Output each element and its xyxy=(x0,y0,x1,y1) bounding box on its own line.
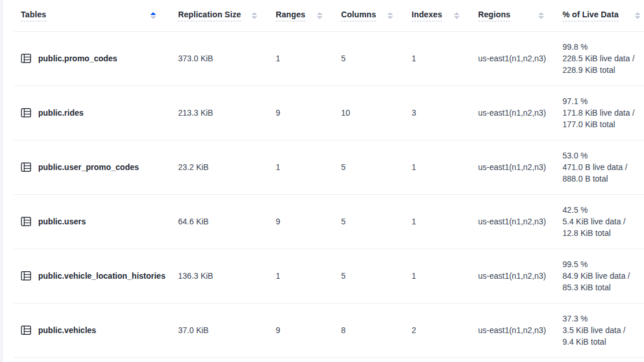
live-data-percent: 42.5 % xyxy=(562,204,639,216)
indexes-cell: 1 xyxy=(405,140,471,194)
table-icon xyxy=(21,108,31,118)
table-name-cell: public.vehicle_location_histories xyxy=(14,249,171,303)
table-name-cell: public.rides xyxy=(14,86,171,140)
replication-size-cell: 213.3 KiB xyxy=(171,86,269,140)
table-icon xyxy=(21,53,31,64)
table-name-cell: public.user_promo_codes xyxy=(14,140,171,194)
live-data-cell: 37.3 % 3.5 KiB live data / 9.4 KiB total xyxy=(556,303,644,357)
page-left-gutter xyxy=(0,0,3,362)
ranges-cell: 9 xyxy=(269,86,334,140)
live-data-amount: 171.8 KiB live data / xyxy=(562,107,639,119)
table-row: public.promo_codes 373.0 KiB 1 5 1 us-ea… xyxy=(14,31,644,86)
ranges-cell: 1 xyxy=(269,31,334,86)
columns-cell: 5 xyxy=(334,249,405,303)
indexes-cell: 1 xyxy=(405,249,471,303)
live-data-percent: 37.3 % xyxy=(562,313,639,324)
table-icon xyxy=(21,162,31,172)
total-data-amount: 12.8 KiB total xyxy=(562,227,639,239)
columns-cell: 10 xyxy=(334,86,405,140)
sort-caret-icon xyxy=(247,12,257,19)
replication-size-cell: 136.3 KiB xyxy=(171,249,269,303)
column-header-live-data-label: % of Live Data xyxy=(562,10,619,21)
column-header-replication-size[interactable]: Replication Size xyxy=(171,0,269,31)
indexes-cell: 3 xyxy=(405,86,471,140)
column-header-columns-label: Columns xyxy=(341,10,376,21)
sort-caret-icon xyxy=(146,12,156,19)
table-row: public.vehicles 37.0 KiB 9 8 2 us-east1(… xyxy=(14,303,644,357)
indexes-cell: 1 xyxy=(405,194,471,249)
ranges-cell: 9 xyxy=(269,303,334,357)
live-data-amount: 5.4 KiB live data / xyxy=(562,216,639,227)
regions-cell: us-east1(n1,n2,n3) xyxy=(471,140,556,194)
regions-cell: us-east1(n1,n2,n3) xyxy=(471,86,556,140)
columns-cell: 5 xyxy=(334,194,405,249)
table-name-link[interactable]: public.vehicles xyxy=(38,326,96,335)
table-name-link[interactable]: public.vehicle_location_histories xyxy=(38,271,165,280)
column-header-regions[interactable]: Regions xyxy=(471,0,556,31)
table-icon xyxy=(21,325,31,335)
table-icon xyxy=(21,271,31,281)
live-data-amount: 84.9 KiB live data / xyxy=(562,270,639,282)
replication-size-cell: 64.6 KiB xyxy=(171,194,269,249)
table-row: public.vehicle_location_histories 136.3 … xyxy=(14,249,644,303)
table-row: public.rides 213.3 KiB 9 10 3 us-east1(n… xyxy=(14,86,644,140)
table-name-link[interactable]: public.promo_codes xyxy=(38,54,117,63)
ranges-cell: 1 xyxy=(269,249,334,303)
total-data-amount: 85.3 KiB total xyxy=(562,282,639,293)
live-data-percent: 99.8 % xyxy=(562,41,639,53)
column-header-columns[interactable]: Columns xyxy=(334,0,405,31)
live-data-amount: 471.0 B live data / xyxy=(562,161,639,173)
live-data-cell: 42.5 % 5.4 KiB live data / 12.8 KiB tota… xyxy=(556,194,644,249)
table-name-cell: public.vehicles xyxy=(14,303,171,357)
ranges-cell: 9 xyxy=(269,194,334,249)
table-header-row: Tables Replication Size Ranges Columns xyxy=(14,0,644,31)
column-header-live-data[interactable]: % of Live Data xyxy=(556,0,644,31)
sort-caret-icon xyxy=(534,12,544,19)
column-header-ranges-label: Ranges xyxy=(276,10,305,21)
live-data-cell: 97.1 % 171.8 KiB live data / 177.0 KiB t… xyxy=(556,86,644,140)
regions-cell: us-east1(n1,n2,n3) xyxy=(471,31,556,86)
sort-caret-icon xyxy=(383,12,393,19)
replication-size-cell: 373.0 KiB xyxy=(171,31,269,86)
table-name-link[interactable]: public.user_promo_codes xyxy=(38,162,139,172)
column-header-ranges[interactable]: Ranges xyxy=(269,0,334,31)
regions-cell: us-east1(n1,n2,n3) xyxy=(471,303,556,357)
sort-caret-icon xyxy=(449,12,460,19)
column-header-tables-label: Tables xyxy=(21,10,46,21)
table-name-link[interactable]: public.rides xyxy=(38,108,84,117)
table-name-link[interactable]: public.users xyxy=(38,217,86,226)
regions-cell: us-east1(n1,n2,n3) xyxy=(471,249,556,303)
total-data-amount: 177.0 KiB total xyxy=(562,119,639,130)
sort-caret-icon xyxy=(312,12,323,19)
live-data-cell: 99.8 % 228.5 KiB live data / 228.9 KiB t… xyxy=(556,31,644,86)
ranges-cell: 1 xyxy=(269,140,334,194)
live-data-percent: 53.0 % xyxy=(562,150,639,161)
total-data-amount: 9.4 KiB total xyxy=(562,336,639,348)
live-data-percent: 97.1 % xyxy=(562,95,639,107)
live-data-percent: 99.5 % xyxy=(562,258,639,270)
table-name-cell: public.promo_codes xyxy=(14,31,171,86)
table-row: public.users 64.6 KiB 9 5 1 us-east1(n1,… xyxy=(14,194,644,249)
column-header-tables[interactable]: Tables xyxy=(14,0,171,31)
tables-list-panel: Tables Replication Size Ranges Columns xyxy=(14,0,644,358)
table-name-cell: public.users xyxy=(14,194,171,249)
tables-list: Tables Replication Size Ranges Columns xyxy=(14,0,644,358)
column-header-replication-size-label: Replication Size xyxy=(178,10,241,21)
live-data-cell: 53.0 % 471.0 B live data / 888.0 B total xyxy=(556,140,644,194)
columns-cell: 5 xyxy=(334,140,405,194)
replication-size-cell: 37.0 KiB xyxy=(171,303,269,357)
columns-cell: 5 xyxy=(334,31,405,86)
indexes-cell: 1 xyxy=(405,31,471,86)
columns-cell: 8 xyxy=(334,303,405,357)
live-data-amount: 3.5 KiB live data / xyxy=(562,324,639,336)
column-header-indexes[interactable]: Indexes xyxy=(405,0,471,31)
live-data-amount: 228.5 KiB live data / xyxy=(562,53,639,64)
sort-caret-icon xyxy=(630,12,641,19)
table-row: public.user_promo_codes 23.2 KiB 1 5 1 u… xyxy=(14,140,644,194)
column-header-regions-label: Regions xyxy=(478,10,510,21)
indexes-cell: 2 xyxy=(405,303,471,357)
regions-cell: us-east1(n1,n2,n3) xyxy=(471,194,556,249)
live-data-cell: 99.5 % 84.9 KiB live data / 85.3 KiB tot… xyxy=(556,249,644,303)
total-data-amount: 228.9 KiB total xyxy=(562,64,639,76)
total-data-amount: 888.0 B total xyxy=(562,173,639,184)
